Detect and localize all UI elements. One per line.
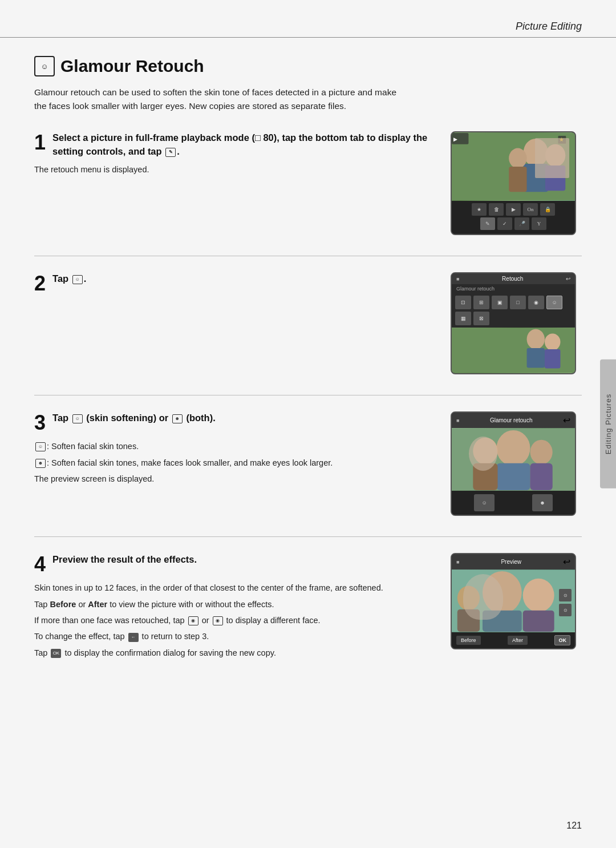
device-2-photo xyxy=(452,328,575,373)
back-indicator-3: ↩ xyxy=(563,415,570,426)
toolbar-row-2: ✎ ✓ 🎤 Y xyxy=(455,217,572,230)
device-1-screen: ▶ ★ ★ 🗑 ▶ On 🔒 xyxy=(452,132,575,234)
svg-point-12 xyxy=(527,329,545,349)
step-2-device: ■ Retouch ↩ Glamour retouch ⊡ ⊞ ▣ □ ◉ ☺ xyxy=(451,272,582,374)
device-4-screen: ■ Preview ↩ xyxy=(452,554,575,648)
photo-svg-2 xyxy=(452,328,575,373)
step-2-content: 2 Tap ☺. xyxy=(34,272,437,301)
side-tab-label: Editing Pictures xyxy=(604,394,613,454)
both-icon: ☻ xyxy=(172,414,183,423)
device-4-photo-area: ⊙ ⊙ xyxy=(452,570,575,632)
side-buttons: ⊙ ⊙ xyxy=(559,589,572,616)
svg-point-21 xyxy=(530,440,552,465)
device-1-toolbar: ★ 🗑 ▶ On 🔒 ✎ ✓ 🎤 Y xyxy=(452,201,575,234)
preview-label: Preview xyxy=(501,559,521,565)
back-indicator: ↩ xyxy=(566,276,570,282)
camera-indicator-3: ■ xyxy=(456,418,459,423)
svg-point-1 xyxy=(524,139,548,167)
camera-indicator: ■ xyxy=(456,276,459,282)
device-4-header: ■ Preview ↩ xyxy=(452,554,575,570)
step-3-body: ☺: Soften facial skin tones. ☻: Soften f… xyxy=(34,440,437,485)
next-face-icon: ◉ xyxy=(213,616,223,625)
step-2-heading: 2 Tap ☺. xyxy=(34,272,437,296)
ok-icon: OK xyxy=(51,649,61,658)
device-3-bottom: ☺ ☻ xyxy=(452,491,575,515)
step-1-number: 1 xyxy=(34,132,46,153)
svg-rect-25 xyxy=(483,611,522,632)
device-mockup-2: ■ Retouch ↩ Glamour retouch ⊡ ⊞ ▣ □ ◉ ☺ xyxy=(451,272,576,374)
photo-svg-4 xyxy=(452,570,575,632)
step-separator-3 xyxy=(34,536,582,537)
tb-icon-4: On xyxy=(523,203,538,216)
device-2-header: ■ Retouch ↩ xyxy=(452,273,575,284)
side-btn-1[interactable]: ⊙ xyxy=(559,589,572,601)
side-tab: Editing Pictures xyxy=(600,360,616,488)
tb-icon-5: 🔒 xyxy=(540,203,555,216)
menu-icon-8: ⊠ xyxy=(473,312,489,325)
step-1-heading: 1 Select a picture in full-frame playbac… xyxy=(34,131,437,159)
tb-icon-person: Y xyxy=(532,217,546,230)
skin-icon: ☺ xyxy=(72,414,83,423)
step-3: 3 Tap ☺ (skin softening) or ☻ (both). ☺:… xyxy=(34,411,582,516)
step-separator-2 xyxy=(34,395,582,395)
before-button[interactable]: Before xyxy=(456,636,481,645)
intro-paragraph: Glamour retouch can be used to soften th… xyxy=(34,86,399,113)
svg-rect-29 xyxy=(457,609,480,632)
camera-indicator-4: ■ xyxy=(456,559,459,565)
svg-point-26 xyxy=(523,579,554,612)
step-4-heading: 4 Preview the result of the effects. xyxy=(34,553,437,577)
step-4-content: 4 Preview the result of the effects. Ski… xyxy=(34,553,437,663)
page: Picture Editing ☺ Glamour Retouch Glamou… xyxy=(0,0,616,848)
svg-rect-20 xyxy=(473,463,497,490)
svg-point-14 xyxy=(545,334,560,350)
device-4-bottom: Before After OK xyxy=(452,632,575,648)
step-1: 1 Select a picture in full-frame playbac… xyxy=(34,131,582,235)
ok-button[interactable]: OK xyxy=(554,635,570,645)
step-4-body: Skin tones in up to 12 faces, in the ord… xyxy=(34,582,437,659)
device-mockup-4: ■ Preview ↩ xyxy=(451,553,576,649)
step-separator-1 xyxy=(34,256,582,256)
menu-icon-7: ▦ xyxy=(455,312,471,325)
svg-rect-13 xyxy=(527,348,545,368)
step-4: 4 Preview the result of the effects. Ski… xyxy=(34,553,582,663)
svg-rect-6 xyxy=(509,167,526,192)
side-btn-2[interactable]: ⊙ xyxy=(559,604,572,616)
back-step3-icon: ← xyxy=(128,633,139,642)
step-3-device: ■ Glamour retouch ↩ xyxy=(451,411,582,516)
svg-rect-27 xyxy=(523,611,554,632)
svg-point-19 xyxy=(473,438,497,465)
svg-rect-2 xyxy=(524,164,548,192)
device-3-screen: ■ Glamour retouch ↩ xyxy=(452,413,575,515)
retouch-label: Retouch xyxy=(502,276,523,282)
photo-svg-3 xyxy=(452,428,575,491)
svg-point-24 xyxy=(483,571,522,614)
device-3-header: ■ Glamour retouch ↩ xyxy=(452,413,575,428)
page-title: Picture Editing xyxy=(516,21,582,33)
svg-point-17 xyxy=(497,430,530,466)
svg-rect-4 xyxy=(545,165,565,191)
bottom-icon-skin[interactable]: ☺ xyxy=(474,494,495,511)
page-number: 121 xyxy=(566,821,582,830)
svg-point-5 xyxy=(509,148,526,168)
device-1-photo: ▶ ★ xyxy=(452,132,575,201)
after-button[interactable]: After xyxy=(508,636,528,645)
step-1-body: The retouch menu is displayed. xyxy=(34,163,437,176)
step-3-content: 3 Tap ☺ (skin softening) or ☻ (both). ☺:… xyxy=(34,411,437,488)
tb-icon-1: ★ xyxy=(472,203,487,216)
step-1-content: 1 Select a picture in full-frame playbac… xyxy=(34,131,437,179)
menu-icon-1: ⊡ xyxy=(455,296,471,309)
page-header: Picture Editing xyxy=(0,0,616,38)
menu-icon-glamour: ☺ xyxy=(546,296,562,309)
step-4-number: 4 xyxy=(34,554,46,575)
glamour-retouch-icon: ☺ xyxy=(34,56,55,76)
toolbar-row-1: ★ 🗑 ▶ On 🔒 xyxy=(455,203,572,216)
step-2: 2 Tap ☺. ■ Retouch ↩ Glamour retouch ⊡ xyxy=(34,272,582,374)
step-1-device: ▶ ★ ★ 🗑 ▶ On 🔒 xyxy=(451,131,582,235)
section-title: Glamour Retouch xyxy=(60,56,204,76)
svg-text:★: ★ xyxy=(560,136,565,143)
svg-point-3 xyxy=(545,144,565,167)
menu-icon-4: □ xyxy=(510,296,526,309)
bottom-icon-both[interactable]: ☻ xyxy=(532,494,553,511)
menu-icon-3: ▣ xyxy=(492,296,508,309)
step3-icon1: ☺ xyxy=(35,442,46,451)
